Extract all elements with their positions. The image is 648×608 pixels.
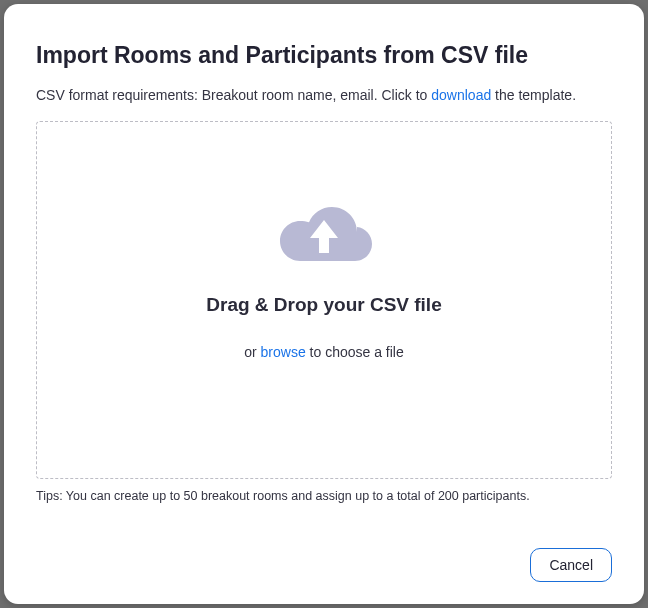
download-template-link[interactable]: download [431, 87, 491, 103]
instructions-suffix: the template. [491, 87, 576, 103]
tips-text: Tips: You can create up to 50 breakout r… [36, 489, 612, 503]
dropzone-subtext: or browse to choose a file [244, 344, 404, 360]
instructions-prefix: CSV format requirements: Breakout room n… [36, 87, 431, 103]
import-csv-modal: Import Rooms and Participants from CSV f… [4, 4, 644, 604]
dropzone-or-suffix: to choose a file [306, 344, 404, 360]
csv-format-instructions: CSV format requirements: Breakout room n… [36, 87, 612, 103]
dropzone-heading: Drag & Drop your CSV file [206, 294, 441, 316]
cloud-upload-icon [269, 192, 379, 272]
file-dropzone[interactable]: Drag & Drop your CSV file or browse to c… [36, 121, 612, 479]
browse-link[interactable]: browse [261, 344, 306, 360]
modal-title: Import Rooms and Participants from CSV f… [36, 42, 612, 69]
modal-footer: Cancel [36, 528, 612, 582]
dropzone-or: or [244, 344, 260, 360]
cancel-button[interactable]: Cancel [530, 548, 612, 582]
